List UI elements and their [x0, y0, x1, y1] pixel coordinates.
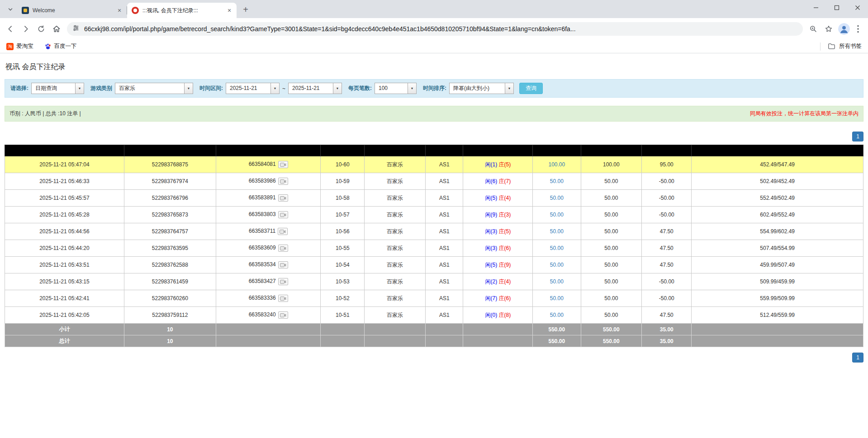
chevron-down-icon[interactable]: ▼	[333, 83, 342, 94]
address-bar[interactable]: 66cxkj98.com/ipl/portal.php/game/betreco…	[67, 22, 803, 36]
cell-valid-bet: 50.00	[581, 273, 642, 290]
cell-total-bet: 50.00	[533, 273, 581, 290]
bookmark-aitaobao[interactable]: 淘 爱淘宝	[6, 42, 33, 50]
video-replay-icon[interactable]	[278, 228, 288, 235]
game-type-value: 百家乐	[115, 83, 184, 94]
cell-payout: 47.50	[642, 257, 692, 273]
all-bookmarks-button[interactable]: 所有书签	[820, 42, 862, 51]
cell-round-no: 663583240	[216, 307, 321, 324]
video-replay-icon[interactable]	[278, 178, 288, 185]
cell-result: 闲(1) 庄(5)	[463, 156, 533, 173]
close-button[interactable]	[847, 0, 868, 15]
browser-tab-welcome[interactable]: Welcome ×	[17, 3, 127, 18]
chevron-down-icon[interactable]: ▼	[505, 83, 513, 94]
search-button[interactable]: 查询	[519, 83, 543, 94]
back-icon[interactable]	[3, 21, 18, 37]
video-replay-icon[interactable]	[278, 161, 288, 168]
reload-icon[interactable]	[33, 21, 49, 37]
chevron-down-icon[interactable]: ▼	[75, 83, 84, 94]
cell-payout: -50.00	[642, 190, 692, 207]
home-icon[interactable]	[49, 21, 64, 37]
total-bet-link[interactable]: 50.00	[550, 295, 564, 301]
all-bookmarks-label: 所有书签	[839, 42, 862, 50]
bookmark-baidu[interactable]: 百度一下	[44, 42, 77, 50]
footer-empty-cell	[216, 324, 321, 335]
round-number: 663583711	[249, 228, 275, 234]
per-page-select[interactable]: 100 ▼	[375, 83, 417, 94]
video-replay-icon[interactable]	[278, 211, 288, 218]
tab-close-icon[interactable]: ×	[116, 7, 123, 14]
total-bet-link[interactable]: 50.00	[550, 178, 564, 184]
chevron-down-icon[interactable]: ▼	[184, 83, 193, 94]
banker-result: 庄(9)	[499, 262, 511, 268]
forward-icon[interactable]	[18, 21, 33, 37]
cell-total-bet: 50.00	[533, 207, 581, 223]
video-replay-icon[interactable]	[278, 295, 288, 302]
bookmark-label: 百度一下	[54, 42, 77, 50]
total-bet-link[interactable]: 100.00	[549, 161, 565, 168]
site-settings-tune-icon[interactable]	[72, 24, 80, 33]
video-replay-icon[interactable]	[278, 311, 288, 319]
record-tab-favicon-icon	[132, 7, 139, 14]
video-replay-icon[interactable]	[278, 261, 288, 268]
date-from-input[interactable]: 2025-11-21 ▼	[226, 83, 280, 94]
tab-close-icon[interactable]: ×	[226, 7, 233, 14]
browser-menu-icon[interactable]	[852, 23, 864, 35]
browser-tab-bet-records[interactable]: :::视讯, 会员下注纪录::: ×	[127, 3, 237, 18]
cell-time: 2025-11-21 05:44:20	[5, 240, 124, 257]
game-type-select[interactable]: 百家乐 ▼	[115, 83, 193, 94]
total-bet-link[interactable]: 50.00	[550, 278, 564, 285]
cell-remark: 507.49/554.99	[692, 240, 863, 257]
cell-result: 闲(7) 庄(6)	[463, 290, 533, 307]
date-from-value: 2025-11-21	[226, 83, 270, 94]
sort-order-select[interactable]: 降幂(由大到小) ▼	[449, 83, 514, 94]
minimize-button[interactable]	[806, 0, 826, 15]
video-replay-icon[interactable]	[278, 245, 288, 252]
video-replay-icon[interactable]	[278, 278, 288, 285]
chevron-down-icon[interactable]: ▼	[270, 83, 279, 94]
sort-order-value: 降幂(由大到小)	[450, 83, 505, 94]
chevron-down-icon[interactable]: ▼	[408, 83, 416, 94]
bookmark-star-icon[interactable]	[821, 21, 836, 37]
total-bet-link[interactable]: 50.00	[550, 228, 564, 235]
banker-result: 庄(6)	[499, 245, 511, 251]
cell-table-no: AS1	[425, 223, 463, 240]
page-number-button[interactable]: 1	[852, 353, 863, 363]
footer-valid-bet: 550.00	[581, 324, 642, 335]
maximize-button[interactable]	[826, 0, 847, 15]
cell-remark: 602.49/552.49	[692, 207, 863, 223]
cell-time: 2025-11-21 05:43:51	[5, 257, 124, 273]
total-bet-link[interactable]: 50.00	[550, 312, 564, 318]
cell-game-type: 百家乐	[365, 273, 426, 290]
video-replay-icon[interactable]	[278, 194, 288, 202]
profile-avatar[interactable]	[838, 23, 850, 35]
cell-game-type: 百家乐	[365, 156, 426, 173]
round-number: 663583336	[249, 295, 276, 301]
new-tab-button[interactable]: +	[239, 3, 252, 16]
query-type-select[interactable]: 日期查询 ▼	[31, 83, 84, 94]
footer-label: 总计	[5, 335, 124, 347]
column-header	[692, 145, 863, 156]
window-controls	[806, 0, 868, 15]
total-bet-link[interactable]: 50.00	[550, 245, 564, 251]
footer-empty-cell	[692, 324, 863, 335]
total-bet-link[interactable]: 50.00	[550, 195, 564, 201]
cell-payout: -50.00	[642, 173, 692, 190]
date-to-input[interactable]: 2025-11-21 ▼	[288, 83, 342, 94]
cell-total-bet: 50.00	[533, 290, 581, 307]
total-bet-link[interactable]: 50.00	[550, 212, 564, 218]
cell-remark: 512.49/559.99	[692, 307, 863, 324]
cell-bet-id: 522983764757	[124, 223, 216, 240]
cell-bet-id: 522983767974	[124, 173, 216, 190]
url-text[interactable]: 66cxkj98.com/ipl/portal.php/game/betreco…	[84, 25, 797, 33]
total-bet-link[interactable]: 50.00	[550, 262, 564, 268]
zoom-icon[interactable]	[806, 21, 821, 37]
banker-result: 庄(4)	[499, 195, 511, 201]
page-content: 视讯 会员下注纪录 请选择: 日期查询 ▼ 游戏类别 百家乐 ▼ 时间区间: 2…	[0, 53, 868, 438]
cell-result: 闲(3) 庄(5)	[463, 223, 533, 240]
page-number-button[interactable]: 1	[852, 132, 863, 141]
cell-table-no: AS1	[425, 307, 463, 324]
footer-total-bet: 550.00	[533, 335, 581, 347]
tab-search-chevron-icon[interactable]	[5, 4, 16, 15]
cell-session: 10-51	[321, 307, 365, 324]
